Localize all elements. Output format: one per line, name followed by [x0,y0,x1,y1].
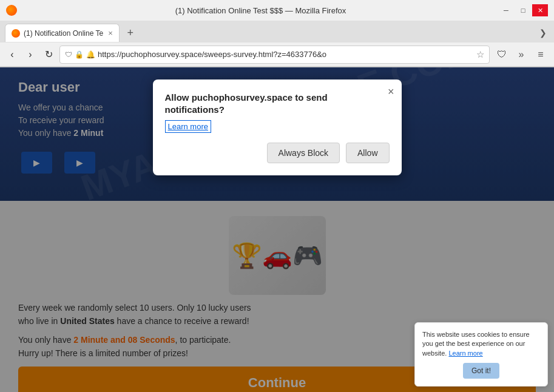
dialog-buttons: Always Block Allow [165,143,390,163]
maximize-button[interactable]: □ [515,4,531,16]
title-bar: (1) Notification Online Test $$$ — Mozil… [0,0,554,21]
permission-dialog: Allow puchophosurvey.space to send notif… [153,79,402,175]
toolbar-right: 🛡 » ≡ [493,46,549,63]
tab-label: (1) Notification Online Te [24,29,103,38]
forward-button[interactable]: › [23,47,38,62]
learn-more-link[interactable]: Learn more [165,120,211,133]
tab-bar: (1) Notification Online Te × + ❯ [0,21,554,42]
notification-icon: 🔔 [86,50,95,59]
firefox-logo-icon [6,5,17,16]
extensions-button[interactable]: » [513,46,530,63]
list-tabs-button[interactable]: ❯ [537,25,549,40]
minimize-button[interactable]: ─ [498,4,514,16]
cookie-banner: This website uses cookies to ensure you … [414,322,548,387]
allow-button[interactable]: Allow [346,143,389,163]
lock-icon: 🔒 [75,50,84,59]
menu-button[interactable]: ≡ [532,46,549,63]
reload-button[interactable]: ↻ [41,47,56,62]
new-tab-button[interactable]: + [122,24,139,41]
page-content: MYANTISPYWARE.COM Dear user We offer you… [0,67,554,392]
tab-close-icon[interactable]: × [108,29,113,38]
window-title: (1) Notification Online Test $$$ — Mozil… [23,6,498,15]
dialog-close-button[interactable]: × [388,86,394,98]
back-button[interactable]: ‹ [5,47,19,62]
browser-chrome: (1) Notification Online Test $$$ — Mozil… [0,0,554,67]
url-box[interactable]: 🛡 🔒 🔔 https://puchophosurvey.space/sweep… [59,46,490,64]
close-button[interactable]: ✕ [532,4,548,16]
url-text[interactable]: https://puchophosurvey.space/sweeps-surv… [98,50,474,59]
cookie-learn-more-link[interactable]: Learn more [448,350,482,357]
window-controls-left [6,5,17,16]
cookie-text: This website uses cookies to ensure you … [422,330,540,358]
address-bar: ‹ › ↻ 🛡 🔒 🔔 https://puchophosurvey.space… [0,42,554,67]
window-controls-right: ─ □ ✕ [498,4,548,16]
active-tab[interactable]: (1) Notification Online Te × [5,24,120,42]
cookie-got-it-button[interactable]: Got it! [463,363,499,379]
tab-favicon-icon [12,29,20,38]
dialog-title: Allow puchophosurvey.space to send notif… [165,92,390,115]
shield-icon: 🛡 [65,50,72,59]
shield-toolbar-icon[interactable]: 🛡 [493,46,510,63]
always-block-button[interactable]: Always Block [267,143,340,163]
bookmark-star-icon[interactable]: ☆ [476,49,484,60]
